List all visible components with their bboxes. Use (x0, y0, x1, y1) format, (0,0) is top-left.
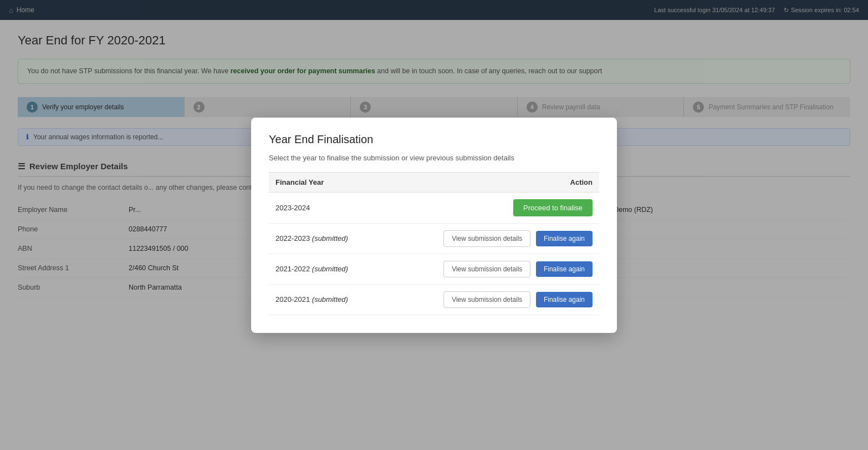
action-cell-2022-2023: View submission details Finalise again (383, 223, 599, 254)
table-row: 2023-2024 Proceed to finalise (269, 192, 599, 223)
col-action: Action (383, 172, 599, 192)
finalise-again-button-3[interactable]: Finalise again (536, 292, 593, 307)
modal-overlay[interactable]: Year End Finalisation Select the year to… (0, 0, 868, 311)
proceed-to-finalise-button[interactable]: Proceed to finalise (513, 199, 593, 216)
modal: Year End Finalisation Select the year to… (251, 118, 617, 311)
submitted-label-2: (submitted) (312, 265, 348, 273)
submitted-label-3: (submitted) (312, 295, 348, 304)
year-2020-2021: 2020-2021 (submitted) (269, 284, 383, 311)
finalise-again-button-2[interactable]: Finalise again (536, 261, 593, 277)
year-2021-2022: 2021-2022 (submitted) (269, 254, 383, 284)
action-cell-2020-2021: View submission details Finalise again (383, 284, 599, 311)
view-submission-details-button-3[interactable]: View submission details (443, 291, 530, 308)
view-submission-details-button-2[interactable]: View submission details (443, 261, 530, 277)
col-financial-year: Financial Year (269, 172, 383, 192)
year-2023-2024: 2023-2024 (269, 192, 383, 223)
action-cell-2023-2024: Proceed to finalise (383, 192, 599, 223)
modal-table-header: Financial Year Action (269, 172, 599, 192)
action-cell-2021-2022: View submission details Finalise again (383, 254, 599, 284)
modal-subtitle: Select the year to finalise the submissi… (269, 154, 599, 162)
modal-table: Financial Year Action 2023-2024 Proceed … (269, 172, 599, 311)
view-submission-details-button-1[interactable]: View submission details (443, 230, 530, 247)
modal-title: Year End Finalisation (269, 133, 599, 146)
table-row: 2021-2022 (submitted) View submission de… (269, 254, 599, 284)
finalise-again-button-1[interactable]: Finalise again (536, 231, 593, 246)
submitted-label-1: (submitted) (312, 234, 348, 242)
table-row: 2020-2021 (submitted) View submission de… (269, 284, 599, 311)
table-row: 2022-2023 (submitted) View submission de… (269, 223, 599, 254)
year-2022-2023: 2022-2023 (submitted) (269, 223, 383, 254)
